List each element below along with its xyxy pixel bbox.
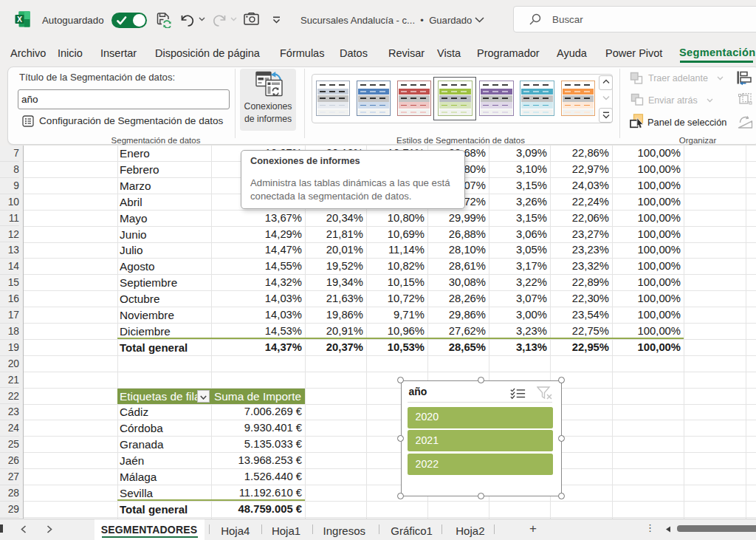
svg-text:X: X [17,15,22,24]
